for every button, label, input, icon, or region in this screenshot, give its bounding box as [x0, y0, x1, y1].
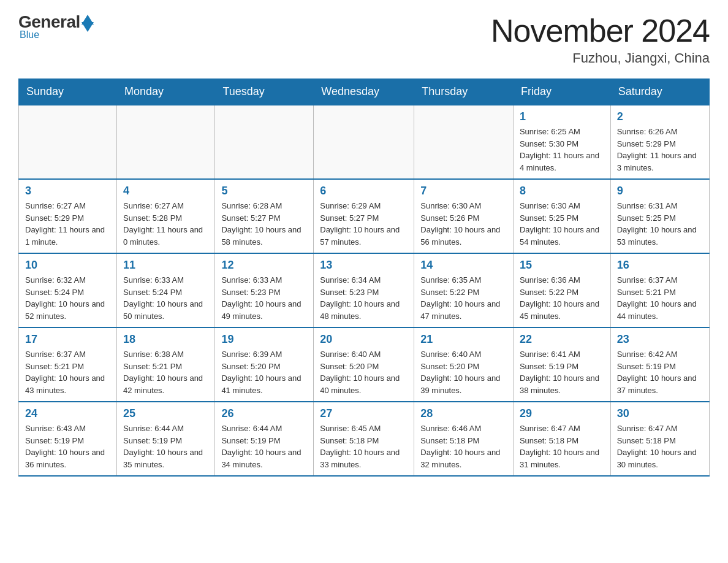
logo: General Blue: [18, 12, 94, 40]
day-info: Sunrise: 6:40 AM Sunset: 5:20 PM Dayligh…: [320, 348, 408, 396]
day-number: 20: [320, 333, 408, 346]
day-info: Sunrise: 6:38 AM Sunset: 5:21 PM Dayligh…: [123, 348, 208, 396]
day-info: Sunrise: 6:46 AM Sunset: 5:18 PM Dayligh…: [420, 423, 507, 470]
day-number: 26: [221, 407, 307, 420]
page-header: General Blue November 2024 Fuzhou, Jiang…: [18, 12, 710, 66]
calendar-cell: 17Sunrise: 6:37 AM Sunset: 5:21 PM Dayli…: [19, 327, 117, 402]
day-number: 9: [617, 185, 703, 197]
calendar-cell: [19, 105, 117, 179]
calendar-cell: 27Sunrise: 6:45 AM Sunset: 5:18 PM Dayli…: [314, 402, 414, 476]
weekday-header-thursday: Thursday: [414, 79, 514, 105]
weekday-header-row: SundayMondayTuesdayWednesdayThursdayFrid…: [19, 79, 710, 105]
day-number: 17: [25, 333, 110, 346]
day-info: Sunrise: 6:32 AM Sunset: 5:24 PM Dayligh…: [25, 274, 110, 322]
calendar-week-5: 24Sunrise: 6:43 AM Sunset: 5:19 PM Dayli…: [19, 402, 710, 476]
calendar-cell: [117, 105, 215, 179]
day-info: Sunrise: 6:39 AM Sunset: 5:20 PM Dayligh…: [221, 348, 307, 396]
day-number: 11: [123, 259, 208, 272]
calendar-cell: 10Sunrise: 6:32 AM Sunset: 5:24 PM Dayli…: [19, 253, 117, 327]
day-info: Sunrise: 6:41 AM Sunset: 5:19 PM Dayligh…: [520, 348, 604, 396]
day-number: 10: [25, 259, 110, 272]
day-number: 19: [221, 333, 307, 346]
calendar-cell: 25Sunrise: 6:44 AM Sunset: 5:19 PM Dayli…: [117, 402, 215, 476]
logo-blue-text: Blue: [20, 29, 39, 40]
day-info: Sunrise: 6:45 AM Sunset: 5:18 PM Dayligh…: [320, 423, 408, 470]
day-number: 30: [617, 407, 703, 420]
weekday-header-friday: Friday: [513, 79, 610, 105]
day-number: 6: [320, 185, 408, 197]
day-info: Sunrise: 6:44 AM Sunset: 5:19 PM Dayligh…: [123, 423, 208, 470]
weekday-header-sunday: Sunday: [19, 79, 117, 105]
day-info: Sunrise: 6:27 AM Sunset: 5:29 PM Dayligh…: [25, 200, 110, 248]
calendar-cell: 28Sunrise: 6:46 AM Sunset: 5:18 PM Dayli…: [414, 402, 514, 476]
weekday-header-monday: Monday: [117, 79, 215, 105]
calendar-header: SundayMondayTuesdayWednesdayThursdayFrid…: [19, 79, 710, 105]
weekday-header-saturday: Saturday: [610, 79, 709, 105]
calendar-week-1: 1Sunrise: 6:25 AM Sunset: 5:30 PM Daylig…: [19, 105, 710, 179]
day-number: 8: [520, 185, 604, 197]
calendar-cell: 21Sunrise: 6:40 AM Sunset: 5:20 PM Dayli…: [414, 327, 514, 402]
calendar-cell: 12Sunrise: 6:33 AM Sunset: 5:23 PM Dayli…: [215, 253, 314, 327]
day-number: 14: [420, 259, 507, 272]
calendar-cell: 9Sunrise: 6:31 AM Sunset: 5:25 PM Daylig…: [610, 179, 709, 253]
weekday-header-tuesday: Tuesday: [215, 79, 314, 105]
day-number: 27: [320, 407, 408, 420]
calendar-cell: 11Sunrise: 6:33 AM Sunset: 5:24 PM Dayli…: [117, 253, 215, 327]
day-number: 2: [617, 110, 703, 123]
day-number: 12: [221, 259, 307, 272]
day-number: 3: [25, 185, 110, 197]
calendar-cell: 15Sunrise: 6:36 AM Sunset: 5:22 PM Dayli…: [513, 253, 610, 327]
day-number: 5: [221, 185, 307, 197]
location: Fuzhou, Jiangxi, China: [491, 50, 710, 66]
day-info: Sunrise: 6:42 AM Sunset: 5:19 PM Dayligh…: [617, 348, 703, 396]
day-number: 1: [520, 110, 604, 123]
weekday-header-wednesday: Wednesday: [314, 79, 414, 105]
day-number: 29: [520, 407, 604, 420]
calendar-cell: 29Sunrise: 6:47 AM Sunset: 5:18 PM Dayli…: [513, 402, 610, 476]
calendar-cell: [215, 105, 314, 179]
day-info: Sunrise: 6:47 AM Sunset: 5:18 PM Dayligh…: [617, 423, 703, 470]
calendar-cell: 14Sunrise: 6:35 AM Sunset: 5:22 PM Dayli…: [414, 253, 514, 327]
calendar-week-4: 17Sunrise: 6:37 AM Sunset: 5:21 PM Dayli…: [19, 327, 710, 402]
day-number: 22: [520, 333, 604, 346]
day-number: 18: [123, 333, 208, 346]
calendar-body: 1Sunrise: 6:25 AM Sunset: 5:30 PM Daylig…: [19, 105, 710, 476]
day-number: 23: [617, 333, 703, 346]
calendar-cell: 8Sunrise: 6:30 AM Sunset: 5:25 PM Daylig…: [513, 179, 610, 253]
day-info: Sunrise: 6:37 AM Sunset: 5:21 PM Dayligh…: [25, 348, 110, 396]
calendar-cell: 3Sunrise: 6:27 AM Sunset: 5:29 PM Daylig…: [19, 179, 117, 253]
day-info: Sunrise: 6:27 AM Sunset: 5:28 PM Dayligh…: [123, 200, 208, 248]
calendar-table: SundayMondayTuesdayWednesdayThursdayFrid…: [18, 79, 710, 477]
calendar-cell: 24Sunrise: 6:43 AM Sunset: 5:19 PM Dayli…: [19, 402, 117, 476]
day-info: Sunrise: 6:29 AM Sunset: 5:27 PM Dayligh…: [320, 200, 408, 248]
calendar-cell: 6Sunrise: 6:29 AM Sunset: 5:27 PM Daylig…: [314, 179, 414, 253]
calendar-cell: 1Sunrise: 6:25 AM Sunset: 5:30 PM Daylig…: [513, 105, 610, 179]
day-info: Sunrise: 6:36 AM Sunset: 5:22 PM Dayligh…: [520, 274, 604, 322]
calendar-cell: 5Sunrise: 6:28 AM Sunset: 5:27 PM Daylig…: [215, 179, 314, 253]
calendar-cell: 23Sunrise: 6:42 AM Sunset: 5:19 PM Dayli…: [610, 327, 709, 402]
day-info: Sunrise: 6:30 AM Sunset: 5:26 PM Dayligh…: [420, 200, 507, 248]
day-info: Sunrise: 6:31 AM Sunset: 5:25 PM Dayligh…: [617, 200, 703, 248]
day-number: 25: [123, 407, 208, 420]
day-number: 4: [123, 185, 208, 197]
day-number: 28: [420, 407, 507, 420]
calendar-cell: 4Sunrise: 6:27 AM Sunset: 5:28 PM Daylig…: [117, 179, 215, 253]
calendar-cell: 18Sunrise: 6:38 AM Sunset: 5:21 PM Dayli…: [117, 327, 215, 402]
calendar-cell: 20Sunrise: 6:40 AM Sunset: 5:20 PM Dayli…: [314, 327, 414, 402]
calendar-week-3: 10Sunrise: 6:32 AM Sunset: 5:24 PM Dayli…: [19, 253, 710, 327]
month-title: November 2024: [491, 12, 710, 49]
calendar-cell: 7Sunrise: 6:30 AM Sunset: 5:26 PM Daylig…: [414, 179, 514, 253]
day-info: Sunrise: 6:43 AM Sunset: 5:19 PM Dayligh…: [25, 423, 110, 470]
day-number: 13: [320, 259, 408, 272]
day-info: Sunrise: 6:33 AM Sunset: 5:24 PM Dayligh…: [123, 274, 208, 322]
day-info: Sunrise: 6:34 AM Sunset: 5:23 PM Dayligh…: [320, 274, 408, 322]
day-number: 24: [25, 407, 110, 420]
day-info: Sunrise: 6:26 AM Sunset: 5:29 PM Dayligh…: [617, 126, 703, 174]
day-info: Sunrise: 6:35 AM Sunset: 5:22 PM Dayligh…: [420, 274, 507, 322]
calendar-cell: 13Sunrise: 6:34 AM Sunset: 5:23 PM Dayli…: [314, 253, 414, 327]
calendar-cell: [314, 105, 414, 179]
calendar-week-2: 3Sunrise: 6:27 AM Sunset: 5:29 PM Daylig…: [19, 179, 710, 253]
calendar-cell: 30Sunrise: 6:47 AM Sunset: 5:18 PM Dayli…: [610, 402, 709, 476]
calendar-cell: 22Sunrise: 6:41 AM Sunset: 5:19 PM Dayli…: [513, 327, 610, 402]
day-info: Sunrise: 6:37 AM Sunset: 5:21 PM Dayligh…: [617, 274, 703, 322]
